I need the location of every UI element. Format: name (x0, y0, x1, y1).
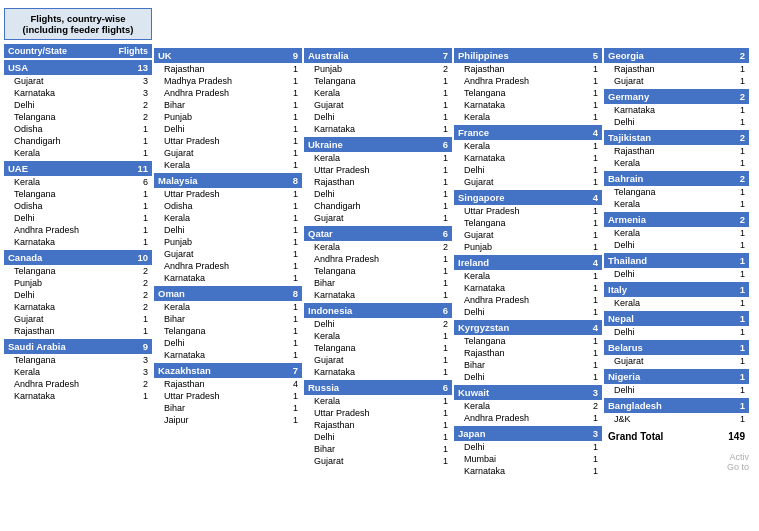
list-item: Delhi1 (604, 239, 749, 251)
list-item: Telangana1 (604, 186, 749, 198)
list-item: Rajasthan1 (304, 419, 452, 431)
grand-total-label: Grand Total (608, 431, 663, 442)
section-kyrgyzstan: Kyrgyzstan 4 (454, 320, 602, 335)
list-item: Rajasthan1 (454, 347, 602, 359)
list-item: Bihar1 (154, 99, 302, 111)
table-headers: Country/State Flights (4, 44, 152, 58)
list-item: Rajasthan1 (454, 63, 602, 75)
list-item: Andhra Pradesh1 (454, 75, 602, 87)
list-item: Kerala1 (454, 140, 602, 152)
section-usa: USA 13 (4, 60, 152, 75)
column-4: Philippines 5 Rajasthan1 Andhra Pradesh1… (454, 46, 602, 523)
column-5: Georgia 2 Rajasthan1 Gujarat1 Germany 2 … (604, 46, 749, 523)
section-oman: Oman 8 (154, 286, 302, 301)
list-item: Karnataka1 (154, 272, 302, 284)
list-item: Andhra Pradesh2 (4, 378, 152, 390)
list-item: Andhra Pradesh1 (154, 87, 302, 99)
list-item: Gujarat1 (454, 176, 602, 188)
list-item: Kerala2 (454, 400, 602, 412)
section-thailand: Thailand 1 (604, 253, 749, 268)
list-item: Andhra Pradesh1 (454, 412, 602, 424)
list-item: Karnataka1 (454, 152, 602, 164)
section-saudi: Saudi Arabia 9 (4, 339, 152, 354)
section-qatar: Qatar 6 (304, 226, 452, 241)
list-item: Punjab2 (304, 63, 452, 75)
section-kazakhstan: Kazakhstan 7 (154, 363, 302, 378)
section-bangladesh: Bangladesh 1 (604, 398, 749, 413)
list-item: Telangana1 (304, 342, 452, 354)
list-item: Gujarat1 (4, 313, 152, 325)
list-item: Telangana1 (154, 325, 302, 337)
list-item: Odisha1 (4, 200, 152, 212)
list-item: Delhi1 (604, 384, 749, 396)
list-item: Telangana1 (454, 335, 602, 347)
list-item: Telangana1 (4, 188, 152, 200)
list-item: Telangana1 (454, 217, 602, 229)
section-belarus: Belarus 1 (604, 340, 749, 355)
list-item: Odisha1 (154, 200, 302, 212)
list-item: Kerala1 (154, 301, 302, 313)
list-item: Chandigarh1 (304, 200, 452, 212)
list-item: Delhi2 (4, 99, 152, 111)
list-item: Andhra Pradesh1 (154, 260, 302, 272)
section-ukraine: Ukraine 6 (304, 137, 452, 152)
list-item: Karnataka1 (154, 349, 302, 361)
list-item: Delhi1 (154, 337, 302, 349)
section-uae: UAE 11 (4, 161, 152, 176)
grand-total-value: 149 (728, 431, 745, 442)
list-item: Kerala1 (154, 159, 302, 171)
list-item: Kerala1 (4, 147, 152, 159)
list-item: Karnataka1 (4, 390, 152, 402)
list-item: Kerala1 (454, 270, 602, 282)
section-philippines: Philippines 5 (454, 48, 602, 63)
section-italy: Italy 1 (604, 282, 749, 297)
list-item: Kerala1 (304, 87, 452, 99)
list-item: Delhi2 (4, 289, 152, 301)
list-item: Andhra Pradesh1 (4, 224, 152, 236)
list-item: Kerala6 (4, 176, 152, 188)
list-item: Odisha1 (4, 123, 152, 135)
list-item: Uttar Pradesh1 (154, 188, 302, 200)
section-australia: Australia 7 (304, 48, 452, 63)
list-item: Delhi1 (454, 306, 602, 318)
list-item: Delhi1 (454, 441, 602, 453)
column-1: Flights, country-wise (including feeder … (4, 8, 152, 523)
page: Flights, country-wise (including feeder … (0, 0, 759, 531)
list-item: Andhra Pradesh1 (454, 294, 602, 306)
section-singapore: Singapore 4 (454, 190, 602, 205)
list-item: Rajasthan4 (154, 378, 302, 390)
section-russia: Russia 6 (304, 380, 452, 395)
list-item: Karnataka1 (454, 99, 602, 111)
section-indonesia: Indonesia 6 (304, 303, 452, 318)
list-item: Gujarat1 (304, 455, 452, 467)
list-item: Andhra Pradesh1 (304, 253, 452, 265)
list-item: Karnataka1 (604, 104, 749, 116)
list-item: Delhi2 (304, 318, 452, 330)
list-item: Bihar1 (154, 313, 302, 325)
list-item: J&K1 (604, 413, 749, 425)
list-item: Telangana2 (4, 111, 152, 123)
list-item: Uttar Pradesh1 (304, 407, 452, 419)
section-kuwait: Kuwait 3 (454, 385, 602, 400)
list-item: Karnataka1 (454, 465, 602, 477)
section-nepal: Nepal 1 (604, 311, 749, 326)
list-item: Uttar Pradesh1 (454, 205, 602, 217)
list-item: Uttar Pradesh1 (154, 135, 302, 147)
header-country: Country/State (8, 46, 67, 56)
list-item: Kerala1 (604, 198, 749, 210)
list-item: Kerala1 (604, 227, 749, 239)
header-flights: Flights (119, 46, 149, 56)
list-item: Madhya Pradesh1 (154, 75, 302, 87)
list-item: Kerala2 (304, 241, 452, 253)
section-ireland: Ireland 4 (454, 255, 602, 270)
list-item: Gujarat1 (454, 229, 602, 241)
list-item: Kerala1 (304, 330, 452, 342)
list-item: Bihar1 (304, 277, 452, 289)
list-item: Rajasthan1 (304, 176, 452, 188)
list-item: Telangana3 (4, 354, 152, 366)
list-item: Telangana1 (454, 87, 602, 99)
list-item: Kerala3 (4, 366, 152, 378)
list-item: Delhi1 (604, 268, 749, 280)
list-item: Kerala1 (304, 152, 452, 164)
list-item: Punjab1 (154, 236, 302, 248)
